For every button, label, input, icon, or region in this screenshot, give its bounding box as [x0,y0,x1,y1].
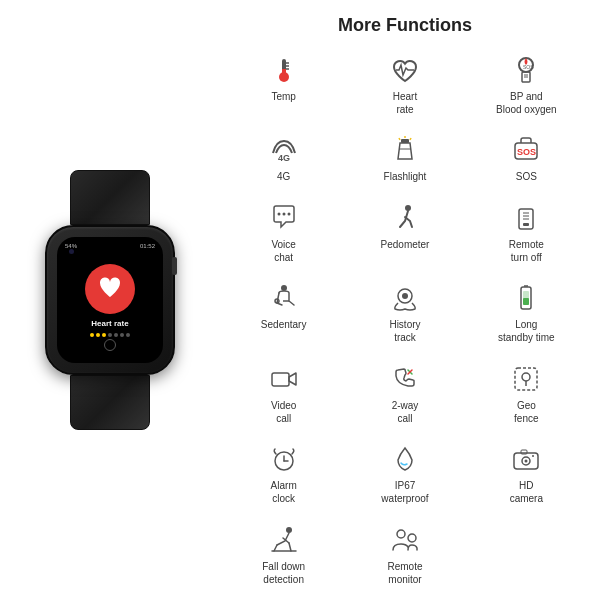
4g-label: 4G [277,170,290,183]
svg-point-28 [281,285,287,291]
svg-text:4G: 4G [278,153,290,163]
dot-1 [90,333,94,337]
svg-line-15 [410,138,411,140]
feature-voice-chat: Voicechat [225,196,342,268]
bp-icon: SOS [508,52,544,88]
watch-heart-icon [98,276,122,302]
svg-point-38 [522,373,530,381]
feature-hd-camera: HDcamera [468,437,585,509]
fall-detection-icon [266,522,302,558]
feature-pedometer: Pedometer [346,196,463,268]
watch-heart-circle [85,264,135,314]
sedentary-label: Sedentary [261,318,307,331]
feature-sos: SOS SOS [468,128,585,187]
svg-point-21 [287,212,290,215]
temp-label: Temp [271,90,295,103]
watch-dots [90,333,130,337]
dot-5 [114,333,118,337]
heart-rate-icon [387,52,423,88]
voice-chat-label: Voicechat [271,238,295,264]
feature-4g: 4G 4G [225,128,342,187]
feature-temp: Temp [225,48,342,120]
svg-text:SOS: SOS [517,147,536,157]
geo-fence-label: Geofence [514,399,538,425]
feature-history-track: Historytrack [346,276,463,348]
feature-remote-off: Remoteturn off [468,196,585,268]
watch-body: 54% 01:52 Heart rate [45,225,175,375]
feature-flashlight: Flashlight [346,128,463,187]
svg-point-44 [525,460,528,463]
features-panel: More Functions Temp [220,0,600,600]
feature-heart-rate: Heartrate [346,48,463,120]
svg-point-46 [532,455,534,457]
video-call-label: Videocall [271,399,296,425]
feature-video-call: Videocall [225,357,342,429]
thermometer-icon [266,52,302,88]
standby-icon [508,280,544,316]
fall-detection-label: Fall downdetection [262,560,305,586]
flashlight-label: Flashlight [384,170,427,183]
history-track-icon [387,280,423,316]
feature-fall-detection: Fall downdetection [225,518,342,590]
watch-panel: 54% 01:52 Heart rate [0,0,220,600]
svg-rect-27 [523,223,529,226]
svg-point-48 [397,530,405,538]
watch-heart-label: Heart rate [91,319,128,328]
feature-two-way-call: 2-waycall [346,357,463,429]
svg-rect-34 [523,298,529,305]
feature-alarm: Alarmclock [225,437,342,509]
remote-off-label: Remoteturn off [509,238,544,264]
watch-side-button [172,257,177,275]
watch-camera [69,249,74,254]
waterproof-icon [387,441,423,477]
watch-status-bar: 54% 01:52 [65,243,155,249]
svg-text:SOS: SOS [523,64,534,70]
voice-chat-icon [266,200,302,236]
heart-rate-label: Heartrate [393,90,417,116]
remote-monitor-label: Remotemonitor [387,560,422,586]
bp-label: BP andBlood oxygen [496,90,557,116]
svg-point-47 [286,527,292,533]
two-way-call-icon [387,361,423,397]
svg-rect-2 [282,69,286,77]
sos-label: SOS [516,170,537,183]
pedometer-label: Pedometer [381,238,430,251]
two-way-call-label: 2-waycall [392,399,419,425]
pedometer-icon [387,200,423,236]
svg-point-49 [408,534,416,542]
hd-camera-label: HDcamera [510,479,543,505]
standby-label: Longstandby time [498,318,555,344]
feature-sedentary: Sedentary [225,276,342,348]
svg-rect-37 [515,368,537,390]
dot-7 [126,333,130,337]
feature-remote-monitor: Remotemonitor [346,518,463,590]
geo-fence-icon [508,361,544,397]
dot-2 [96,333,100,337]
watch: 54% 01:52 Heart rate [30,170,190,430]
dot-6 [120,333,124,337]
history-track-label: Historytrack [389,318,420,344]
dot-4 [108,333,112,337]
section-title: More Functions [225,15,585,36]
remote-off-icon [508,200,544,236]
hd-camera-icon [508,441,544,477]
sedentary-icon [266,280,302,316]
video-call-icon [266,361,302,397]
watch-band-bottom [70,375,150,430]
features-grid: Temp Heartrate SOS [225,48,585,590]
svg-line-16 [399,138,400,140]
sos-icon: SOS [508,132,544,168]
feature-bp: SOS BP andBlood oxygen [468,48,585,120]
svg-point-31 [402,293,408,299]
svg-rect-36 [272,373,289,386]
flashlight-icon [387,132,423,168]
watch-battery: 54% [65,243,77,249]
feature-standby: Longstandby time [468,276,585,348]
4g-icon: 4G [266,132,302,168]
watch-home-button[interactable] [104,339,116,351]
alarm-label: Alarmclock [271,479,297,505]
svg-point-19 [277,212,280,215]
watch-screen: 54% 01:52 Heart rate [57,237,163,363]
watch-band-top [70,170,150,225]
alarm-icon [266,441,302,477]
